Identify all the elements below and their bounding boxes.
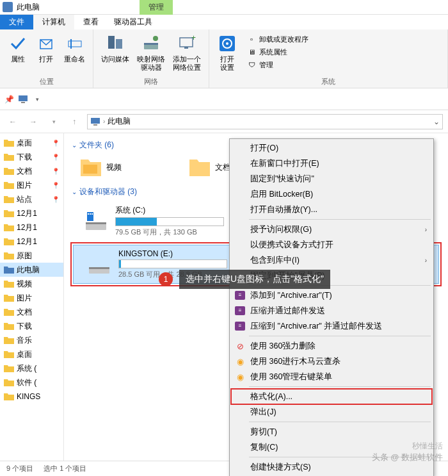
sidebar-item[interactable]: 站点📍: [0, 192, 63, 206]
tab-file[interactable]: 文件: [0, 15, 33, 29]
sidebar-item[interactable]: 音乐: [0, 333, 63, 347]
folder-icon: [4, 349, 14, 359]
menu-item[interactable]: ≡压缩并通过邮件发送: [231, 303, 432, 318]
breadcrumb[interactable]: 此电脑: [108, 116, 131, 127]
menu-item[interactable]: 剪切(T): [231, 424, 432, 439]
menu-item[interactable]: 弹出(J): [231, 404, 432, 420]
manage-button[interactable]: 🛡 管理: [245, 59, 310, 70]
menu-separator: [249, 219, 431, 220]
svg-text:+: +: [191, 34, 196, 42]
sidebar-item-label: 文档: [17, 166, 32, 177]
sidebar-item[interactable]: 图片📍: [0, 178, 63, 192]
menu-item[interactable]: ◉使用 360进行木马云查杀: [231, 354, 432, 369]
menu-item[interactable]: 启用 BitLocker(B): [231, 186, 432, 202]
sidebar-item[interactable]: 软件 (: [0, 375, 63, 390]
menu-item[interactable]: ◉使用 360管理右键菜单: [231, 369, 432, 384]
access-media-button[interactable]: 访问媒体: [99, 32, 132, 76]
menu-item[interactable]: ≡添加到 "Archive.rar"(T): [231, 288, 432, 303]
tab-drive-tools[interactable]: 驱动器工具: [108, 15, 159, 29]
menu-item[interactable]: ≡压缩到 "Archive.rar" 并通过邮件发送: [231, 318, 432, 334]
chevron-down-icon[interactable]: ▾: [46, 114, 61, 129]
ribbon-group-location: 属性 打开 重命名 位置: [0, 29, 93, 88]
sidebar-item[interactable]: 文档: [0, 305, 63, 319]
sidebar-item[interactable]: 图片: [0, 291, 63, 305]
chevron-right-icon: ›: [425, 226, 427, 233]
folder-icon: [4, 307, 14, 317]
svg-rect-3: [108, 36, 115, 49]
sidebar-item[interactable]: 文档📍: [0, 164, 63, 178]
svg-rect-19: [192, 165, 206, 174]
sidebar-item-label: 12月1: [17, 236, 37, 247]
menu-label: 使用 360进行木马云查杀: [250, 356, 340, 367]
sidebar-item[interactable]: 12月1: [0, 206, 63, 220]
drive-icon: [83, 208, 109, 234]
tab-computer[interactable]: 计算机: [33, 15, 74, 29]
quick-access-toolbar: 📌 ▾: [0, 88, 448, 110]
back-button[interactable]: ←: [5, 114, 20, 129]
menu-label: 启用 BitLocker(B): [250, 189, 313, 200]
menu-label: 在新窗口中打开(E): [250, 158, 319, 169]
menu-item[interactable]: 格式化(A)...: [231, 389, 432, 404]
pin-icon: 📍: [52, 168, 60, 175]
menu-label: 创建快捷方式(S): [250, 462, 311, 473]
settings-button[interactable]: 打开 设置: [214, 32, 240, 76]
sys-props-button[interactable]: 🖥 系统属性: [245, 46, 310, 58]
sidebar-item-label: 12月1: [17, 208, 37, 219]
menu-item[interactable]: 打开自动播放(Y)...: [231, 202, 432, 217]
sidebar-item[interactable]: 12月1: [0, 220, 63, 234]
chevron-down-icon[interactable]: ⌄: [433, 117, 440, 126]
sidebar-item[interactable]: 原图: [0, 249, 63, 263]
menu-item[interactable]: 在新窗口中打开(E): [231, 156, 432, 171]
add-network-button[interactable]: + 添加一个 网络位置: [170, 32, 204, 76]
sidebar-item[interactable]: 下载: [0, 319, 63, 333]
open-button[interactable]: 打开: [33, 32, 59, 76]
sidebar-item[interactable]: 下载📍: [0, 150, 63, 164]
menu-item[interactable]: ⊘使用 360强力删除: [231, 338, 432, 354]
app-icon: [3, 2, 13, 12]
sidebar-item[interactable]: KINGS: [0, 390, 63, 404]
sidebar-item-label: 桌面: [17, 349, 32, 360]
menu-label: 复制(C): [250, 442, 278, 453]
menu-item[interactable]: 固定到"快速访问": [231, 171, 432, 186]
svg-rect-25: [90, 213, 91, 215]
folder-icon: [4, 236, 14, 247]
status-items: 9 个项目: [6, 464, 33, 473]
folder-icon: [4, 152, 14, 162]
folder-icon: [4, 321, 14, 331]
menu-item[interactable]: 以便携式设备方式打开: [231, 237, 432, 252]
map-drive-button[interactable]: 映射网络 驱动器: [134, 32, 168, 76]
props-button[interactable]: 属性: [5, 32, 31, 76]
menu-label: 使用 360管理右键菜单: [250, 372, 332, 382]
monitor-icon: 🖥: [246, 47, 257, 57]
sidebar-item[interactable]: 桌面📍: [0, 136, 63, 150]
address-bar[interactable]: › 此电脑 ⌄: [87, 114, 443, 129]
sidebar-item-label: 系统 (: [17, 363, 36, 374]
sidebar-item[interactable]: 此电脑: [0, 263, 63, 277]
annotation-badge: 1: [159, 272, 173, 286]
menu-label: 压缩并通过邮件发送: [250, 306, 325, 316]
rename-button[interactable]: 重命名: [61, 32, 88, 76]
svg-rect-4: [116, 39, 122, 49]
menu-item[interactable]: 包含到库中(I)›: [231, 252, 432, 268]
up-button[interactable]: ↑: [67, 114, 82, 129]
sidebar-item[interactable]: 系统 (: [0, 361, 63, 375]
pc-icon[interactable]: [17, 93, 29, 106]
chevron-down-icon[interactable]: ▾: [31, 93, 44, 106]
open-icon: [36, 33, 56, 54]
sidebar-item[interactable]: 12月1: [0, 234, 63, 249]
folder-icon: [4, 180, 14, 190]
menu-item[interactable]: 授予访问权限(G)›: [231, 222, 432, 237]
chevron-down-icon: ⌄: [72, 188, 77, 195]
folder-icon: [4, 222, 14, 233]
sidebar-item[interactable]: 视频: [0, 277, 63, 291]
tab-view[interactable]: 查看: [74, 15, 108, 29]
menu-item[interactable]: 打开(O): [231, 140, 432, 156]
tab-manage-contextual[interactable]: 管理: [140, 0, 173, 15]
sidebar-item[interactable]: 桌面: [0, 347, 63, 361]
watermark: 秒懂生活: [412, 441, 443, 452]
uninstall-button[interactable]: ▫ 卸载或更改程序: [245, 33, 310, 45]
forward-button[interactable]: →: [26, 114, 41, 129]
pin-icon[interactable]: 📌: [3, 93, 15, 106]
folder-item[interactable]: 视频: [79, 156, 175, 179]
drive-network-icon: [141, 33, 161, 54]
